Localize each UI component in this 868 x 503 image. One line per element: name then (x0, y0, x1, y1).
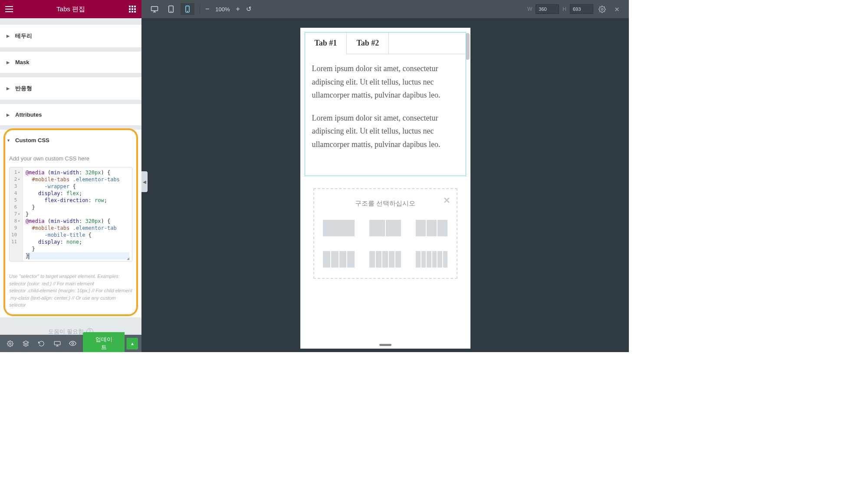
svg-point-16 (187, 11, 188, 12)
accordion-label: Attributes (15, 111, 42, 118)
add-section-placeholder[interactable]: ✕ 구조를 선택하십시오 (313, 188, 457, 279)
device-desktop-button[interactable] (148, 3, 161, 15)
svg-rect-0 (129, 6, 131, 7)
top-toolbar: − 100% + ↺ W H (141, 0, 629, 18)
panel-bottom-bar: 업데이트 ▲ (0, 335, 141, 352)
tab-1[interactable]: Tab #1 (305, 33, 347, 54)
svg-rect-12 (151, 7, 158, 11)
code-content[interactable]: @media (min-width: 320px) { #mobile-tabs… (23, 167, 132, 261)
structure-6col[interactable] (416, 251, 447, 268)
svg-point-14 (171, 11, 171, 12)
tabs-widget[interactable]: Tab #1 Tab #2 Lorem ipsum dolor sit amet… (305, 32, 466, 176)
close-icon[interactable]: ✕ (443, 195, 450, 206)
panel-body: ▶테두리 ▶Mask ▶반응형 ▶Attributes ▼Custom CSS … (0, 18, 141, 335)
accordion-label: Mask (15, 59, 30, 65)
height-label: H (562, 6, 566, 12)
accordion-custom-css: ▼Custom CSS Add your own custom CSS here… (0, 130, 141, 317)
svg-point-9 (10, 343, 11, 344)
device-tablet-button[interactable] (164, 3, 178, 15)
svg-rect-1 (132, 6, 133, 7)
content-paragraph-1: Lorem ipsum dolor sit amet, consectetur … (312, 62, 459, 102)
panel-title: Tabs 편집 (56, 5, 85, 13)
accordion-label: Custom CSS (15, 137, 49, 144)
accordion-mask[interactable]: ▶Mask (0, 52, 141, 73)
update-button[interactable]: 업데이트 (83, 332, 125, 352)
device-frame: Tab #1 Tab #2 Lorem ipsum dolor sit amet… (300, 28, 470, 349)
structure-1col[interactable] (323, 220, 355, 236)
zoom-value: 100% (215, 6, 230, 13)
svg-rect-3 (129, 8, 131, 10)
css-help-text: Use "selector" to target wrapper element… (0, 270, 141, 317)
svg-point-11 (72, 343, 73, 344)
editor-side-panel: Tabs 편집 ▶테두리 ▶Mask ▶반응형 ▶Attributes ▼Cus… (0, 0, 141, 352)
width-label: W (527, 6, 532, 12)
canvas-area-wrapper: − 100% + ↺ W H (141, 0, 629, 352)
svg-rect-10 (54, 341, 60, 345)
structure-5col[interactable] (369, 251, 401, 268)
device-mobile-button[interactable] (181, 3, 194, 15)
svg-rect-7 (132, 11, 133, 13)
panel-header: Tabs 편집 (0, 0, 141, 18)
canvas-area[interactable]: Tab #1 Tab #2 Lorem ipsum dolor sit amet… (141, 18, 629, 352)
responsive-icon[interactable] (50, 336, 64, 350)
need-help-label: 도움이 필요함 (48, 328, 84, 335)
svg-rect-4 (132, 8, 133, 10)
svg-rect-2 (134, 6, 136, 7)
svg-rect-6 (129, 11, 131, 13)
accordion-attributes[interactable]: ▶Attributes (0, 104, 141, 125)
menu-icon[interactable] (4, 4, 14, 14)
history-icon[interactable] (35, 336, 49, 350)
structure-2col[interactable] (369, 220, 401, 236)
svg-point-17 (601, 8, 603, 10)
close-button[interactable] (611, 3, 623, 15)
navigator-icon[interactable] (19, 336, 33, 350)
tab-2[interactable]: Tab #2 (347, 33, 389, 54)
svg-rect-8 (134, 11, 136, 13)
zoom-out-button[interactable]: − (205, 5, 209, 13)
accordion-label: 반응형 (15, 85, 32, 92)
css-code-editor[interactable]: 1▾ 2▾ 3 4 5 6 7▾ 8▾ 9 10 11 @media (min-… (9, 167, 132, 261)
update-options-button[interactable]: ▲ (126, 338, 138, 349)
structure-3col[interactable] (416, 220, 447, 236)
content-paragraph-2: Lorem ipsum dolor sit amet, consectetur … (312, 111, 459, 151)
code-gutter: 1▾ 2▾ 3 4 5 6 7▾ 8▾ 9 10 11 (10, 167, 23, 261)
panel-collapse-handle[interactable]: ◀ (141, 171, 148, 192)
accordion-header-custom-css[interactable]: ▼Custom CSS (0, 130, 141, 151)
structure-4col[interactable] (323, 251, 355, 268)
settings-gear-icon[interactable] (596, 3, 608, 15)
widgets-grid-icon[interactable] (128, 4, 137, 14)
frame-resize-handle[interactable] (379, 344, 391, 346)
tab-content: Lorem ipsum dolor sit amet, consectetur … (305, 54, 466, 176)
svg-rect-5 (134, 8, 136, 10)
accordion-responsive[interactable]: ▶반응형 (0, 77, 141, 100)
structure-title: 구조를 선택하십시오 (323, 199, 448, 208)
height-input[interactable] (570, 4, 593, 14)
settings-icon[interactable] (3, 336, 17, 350)
zoom-in-button[interactable]: + (236, 5, 240, 13)
zoom-reset-button[interactable]: ↺ (246, 5, 252, 13)
accordion-border[interactable]: ▶테두리 (0, 25, 141, 47)
width-input[interactable] (536, 4, 559, 14)
resize-handle-icon[interactable]: ◢ (127, 256, 131, 260)
preview-icon[interactable] (66, 336, 79, 350)
css-hint-text: Add your own custom CSS here (9, 155, 132, 162)
accordion-label: 테두리 (15, 32, 32, 40)
